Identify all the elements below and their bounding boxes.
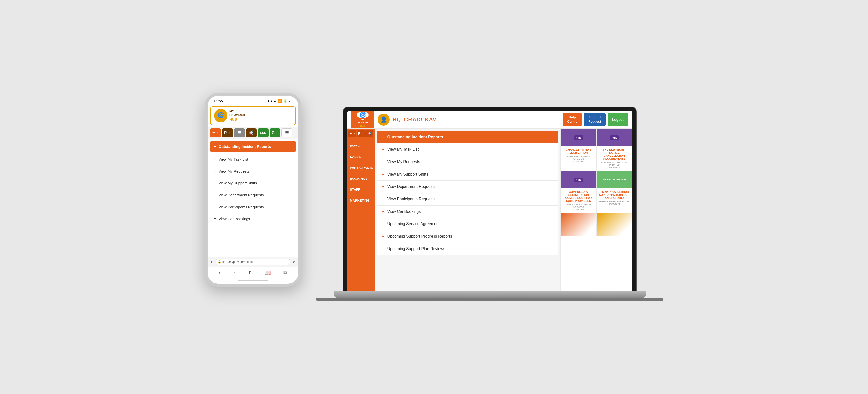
menu-icon[interactable]: ☰ bbox=[281, 129, 292, 137]
ls-r-icon[interactable]: R→ bbox=[357, 130, 365, 137]
content-item-task[interactable]: + View My Task List bbox=[377, 143, 558, 156]
plus-icon: + bbox=[382, 159, 384, 165]
nav-item-marketing[interactable]: MARKETING bbox=[347, 195, 375, 206]
content-label-incident: Outstanding Incident Reports bbox=[388, 135, 443, 139]
ls-megaphone-icon[interactable]: 📢 bbox=[365, 130, 373, 137]
content-label-task: View My Task List bbox=[388, 147, 419, 152]
content-item-service-agreement[interactable]: + Upcoming Service Agreement bbox=[377, 218, 558, 230]
ndis-badge-2: ndis bbox=[610, 135, 619, 140]
content-label-progress: Upcoming Support Progress Reports bbox=[388, 234, 452, 238]
nav-item-staff[interactable]: STAFF bbox=[347, 184, 375, 195]
news-card-3[interactable]: ndis COMPULSORY REGISTRATION COMING SOON… bbox=[561, 171, 596, 213]
tabs-button[interactable]: ⧉ bbox=[283, 270, 287, 276]
megaphone-icon[interactable]: 📢 bbox=[246, 129, 257, 137]
sos-icon[interactable]: SOS bbox=[258, 129, 269, 137]
plus-icon: + bbox=[214, 192, 216, 198]
phone-home-bar bbox=[238, 280, 268, 281]
task-icon[interactable]: ✦→ bbox=[210, 129, 221, 137]
content-label-shifts: View My Support Shifts bbox=[388, 172, 428, 176]
plus-icon: + bbox=[214, 157, 216, 162]
laptop-foot bbox=[316, 298, 663, 301]
nav-item-home[interactable]: HOME bbox=[347, 141, 375, 151]
logout-button[interactable]: Logout bbox=[608, 113, 628, 126]
phone-menu-label-shifts: View My Support Shifts bbox=[219, 181, 257, 185]
content-item-incident[interactable]: + Outstanding Incident Reports bbox=[377, 131, 558, 143]
back-button[interactable]: ‹ bbox=[219, 270, 221, 276]
news-card-3-cat: COMPLIANCE AND NDIS UPDATES bbox=[563, 203, 594, 208]
news-card-6[interactable] bbox=[596, 213, 632, 236]
content-label-requests: View My Requests bbox=[388, 160, 420, 164]
news-card-4[interactable]: MY PROVIDER HUB ITS MYPROVIDERHUB SUPPOR… bbox=[596, 171, 632, 213]
phone-menu-item-car[interactable]: + View Car Bookings bbox=[210, 213, 296, 225]
ndis-badge-1: ndis bbox=[575, 135, 583, 140]
laptop-header: 🌀 MYPROVIDERHUB 👤 HI, CRAIG KAV Help Cen… bbox=[347, 111, 632, 129]
ls-task-icon[interactable]: ✦→ bbox=[348, 130, 356, 137]
content-item-shifts[interactable]: + View My Support Shifts bbox=[377, 168, 558, 181]
phone-device: 10:55 ▲▲▲ 📶 🔋 20 🌀 MYPROVIDER HUB ✦→ R→ … bbox=[205, 93, 301, 286]
content-label-service: Upcoming Service Agreement bbox=[388, 222, 440, 226]
news-card-5-img bbox=[561, 213, 596, 235]
mph-badge: MY PROVIDER HUB bbox=[602, 178, 626, 181]
nav-item-participants[interactable]: PARTICIPANTS bbox=[347, 162, 375, 173]
content-item-car[interactable]: + View Car Bookings bbox=[377, 205, 558, 218]
plus-icon: + bbox=[382, 246, 384, 252]
phone-menu-item-incident[interactable]: + Outstanding Incident Reports bbox=[210, 141, 296, 152]
laptop-sidebar-icons: ✦→ R→ 📢 bbox=[347, 129, 375, 139]
phone-menu-label-incident: Outstanding Incident Reports bbox=[219, 144, 271, 149]
phone-menu-label-dept: View Department Requests bbox=[219, 193, 264, 197]
plus-icon: + bbox=[382, 135, 384, 140]
doc-icon[interactable]: ☰ bbox=[234, 129, 245, 137]
reload-icon[interactable]: ↻ bbox=[292, 260, 295, 264]
phone-menu-item-participants[interactable]: + View Participants Requests bbox=[210, 201, 296, 213]
news-card-3-img: ndis bbox=[561, 171, 596, 189]
news-card-2[interactable]: ndis THE NEW SHORT NOTICE CANCELLATION R… bbox=[596, 129, 632, 171]
plus-icon: + bbox=[382, 184, 384, 190]
news-card-4-img: MY PROVIDER HUB bbox=[597, 171, 632, 189]
r-icon[interactable]: R→ bbox=[222, 129, 233, 137]
plus-icon: + bbox=[214, 216, 216, 221]
plus-icon: + bbox=[214, 169, 216, 174]
plus-icon: + bbox=[382, 234, 384, 239]
nav-item-sales[interactable]: SALES bbox=[347, 151, 375, 162]
plus-icon: + bbox=[214, 204, 216, 209]
news-card-4-cat: MYPROVIDERHUB UPDATES bbox=[599, 200, 630, 203]
phone-logo-text: MYPROVIDER HUB bbox=[229, 110, 245, 122]
laptop-base bbox=[334, 291, 646, 298]
phone-menu-item-shifts[interactable]: + View My Support Shifts bbox=[210, 177, 296, 189]
content-item-dept[interactable]: + View Department Requests bbox=[377, 181, 558, 193]
plus-icon: + bbox=[214, 144, 216, 149]
laptop-sidebar: ✦→ R→ 📢 HOME SALES PARTICIPANTS BOOKINGS… bbox=[347, 129, 375, 291]
news-card-1[interactable]: ndis CHANGES TO NDIS LEGISLATION COMPLIA… bbox=[561, 129, 596, 171]
news-card-3-body: COMPULSORY REGISTRATION COMING SOON FOR … bbox=[561, 189, 596, 213]
phone-menu-item-tasklist[interactable]: + View My Task List bbox=[210, 153, 296, 165]
content-item-requests[interactable]: + View My Requests bbox=[377, 156, 558, 168]
content-item-progress-reports[interactable]: + Upcoming Support Progress Reports bbox=[377, 230, 558, 243]
plus-icon: + bbox=[382, 209, 384, 214]
phone-menu-item-requests[interactable]: + View My Requests bbox=[210, 165, 296, 177]
phone-time: 10:55 bbox=[214, 99, 223, 103]
news-card-2-img: ndis bbox=[597, 129, 632, 146]
ndis-badge-3: ndis bbox=[575, 177, 583, 182]
phone-menu-item-dept[interactable]: + View Department Requests bbox=[210, 189, 296, 201]
support-request-button[interactable]: Support Request bbox=[584, 113, 606, 126]
bookmarks-button[interactable]: 📖 bbox=[265, 270, 271, 276]
news-card-1-cat: COMPLIANCE AND NDIS UPDATES bbox=[563, 155, 594, 160]
news-card-2-cat: COMPLIANCE AND NDIS UPDATES bbox=[599, 161, 630, 166]
news-card-1-date: 17/09/2024 bbox=[563, 160, 594, 163]
c-icon[interactable]: C→ bbox=[270, 129, 280, 137]
user-avatar: 👤 bbox=[378, 114, 390, 125]
content-label-dept: View Department Requests bbox=[388, 185, 435, 189]
forward-button[interactable]: › bbox=[234, 270, 235, 276]
share-button[interactable]: ⬆ bbox=[248, 270, 252, 276]
nav-item-bookings[interactable]: BOOKINGS bbox=[347, 173, 375, 184]
news-card-5[interactable] bbox=[561, 213, 596, 236]
plus-icon: + bbox=[382, 197, 384, 202]
url-bar[interactable]: 🔒 care.myproviderhub.com bbox=[216, 259, 290, 265]
battery-icon: 🔋 bbox=[283, 99, 287, 103]
help-centre-button[interactable]: Help Centre bbox=[563, 113, 582, 126]
laptop-user-section: 👤 HI, CRAIG KAV bbox=[378, 114, 559, 125]
content-item-participants[interactable]: + View Participants Requests bbox=[377, 193, 558, 205]
plus-icon: + bbox=[382, 147, 384, 152]
content-item-plan-reviews[interactable]: + Upcoming Support Plan Reviews bbox=[377, 243, 558, 255]
laptop-content: + Outstanding Incident Reports + View My… bbox=[375, 129, 560, 291]
